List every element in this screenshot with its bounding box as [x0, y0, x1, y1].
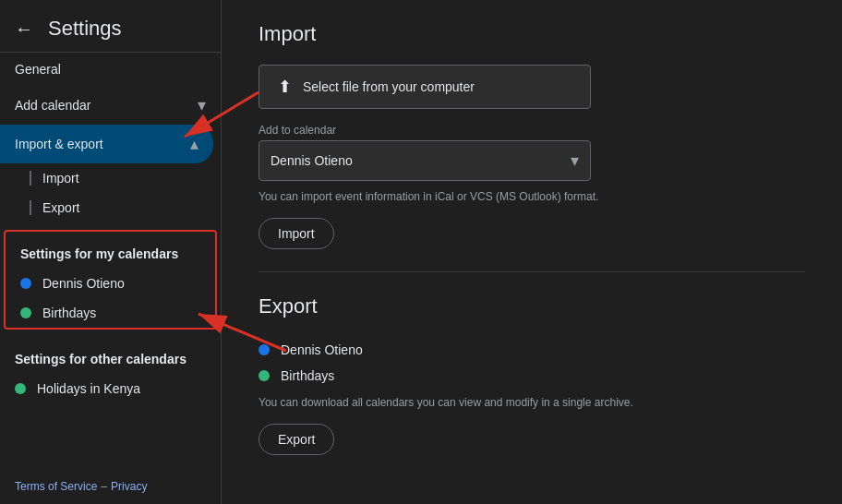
dropdown-chevron-icon: ▾	[571, 150, 579, 171]
privacy-link[interactable]: Privacy	[111, 480, 147, 493]
import-export-label: Import & export	[15, 137, 190, 151]
export-info-text: You can download all calendars you can v…	[259, 396, 646, 409]
export-calendar-name-dennis: Dennis Otieno	[281, 342, 363, 357]
import-section: Import ⬆ Select file from your computer …	[259, 22, 805, 249]
calendar-item-birthdays[interactable]: Birthdays	[6, 298, 215, 328]
calendar-name-birthdays: Birthdays	[42, 306, 96, 320]
calendar-name-dennis: Dennis Otieno	[42, 276, 125, 291]
import-info-text: You can import event information in iCal…	[259, 190, 646, 203]
calendar-dropdown[interactable]: Dennis Otieno ▾	[259, 140, 591, 181]
calendar-dot-holidays	[15, 383, 26, 394]
file-select-button[interactable]: ⬆ Select file from your computer	[259, 65, 591, 109]
export-section: Export Dennis Otieno Birthdays You can d…	[259, 294, 805, 455]
chevron-down-icon: ▾	[198, 95, 206, 115]
other-calendars-section-title: Settings for other calendars	[0, 337, 221, 374]
calendar-dot-dennis	[20, 278, 31, 289]
file-select-label: Select file from your computer	[303, 79, 475, 94]
sidebar-item-export[interactable]: Export	[0, 193, 221, 222]
settings-title: Settings	[48, 17, 122, 41]
my-calendars-section-title: Settings for my calendars	[6, 232, 215, 269]
sidebar-footer: Terms of Service – Privacy	[0, 469, 221, 504]
add-to-calendar-label: Add to calendar	[259, 124, 805, 137]
import-sub-label: Import	[30, 171, 79, 186]
calendar-dropdown-value: Dennis Otieno	[271, 153, 353, 168]
export-calendar-birthdays: Birthdays	[259, 363, 805, 389]
export-sub-label: Export	[30, 200, 79, 215]
sidebar: ← Settings General Add calendar ▾ Import…	[0, 0, 222, 504]
import-button[interactable]: Import	[259, 218, 334, 249]
upload-icon: ⬆	[278, 77, 292, 97]
general-label: General	[15, 62, 206, 77]
back-button[interactable]: ←	[15, 18, 33, 40]
footer-dash: –	[101, 480, 107, 493]
export-calendar-list: Dennis Otieno Birthdays	[259, 337, 805, 389]
import-heading: Import	[259, 22, 805, 46]
sidebar-item-add-calendar[interactable]: Add calendar ▾	[0, 86, 221, 125]
add-calendar-label: Add calendar	[15, 98, 198, 113]
sidebar-item-import-export[interactable]: Import & export ▴	[0, 125, 213, 163]
calendar-name-holidays: Holidays in Kenya	[37, 381, 140, 396]
export-heading: Export	[259, 294, 805, 318]
export-button[interactable]: Export	[259, 424, 334, 455]
sidebar-item-general[interactable]: General	[0, 53, 221, 86]
section-divider	[259, 271, 805, 272]
export-dot-dennis	[259, 344, 270, 355]
sidebar-header: ← Settings	[0, 9, 221, 52]
export-dot-birthdays	[259, 370, 270, 381]
calendar-item-dennis[interactable]: Dennis Otieno	[6, 269, 215, 298]
export-calendar-name-birthdays: Birthdays	[281, 368, 334, 383]
sidebar-item-import[interactable]: Import	[0, 163, 221, 193]
calendar-item-holidays[interactable]: Holidays in Kenya	[0, 374, 221, 403]
chevron-up-icon: ▴	[190, 134, 198, 154]
export-calendar-dennis: Dennis Otieno	[259, 337, 805, 363]
calendar-dot-birthdays	[20, 307, 31, 318]
main-content: Import ⬆ Select file from your computer …	[222, 0, 842, 504]
terms-link[interactable]: Terms of Service	[15, 480, 97, 493]
